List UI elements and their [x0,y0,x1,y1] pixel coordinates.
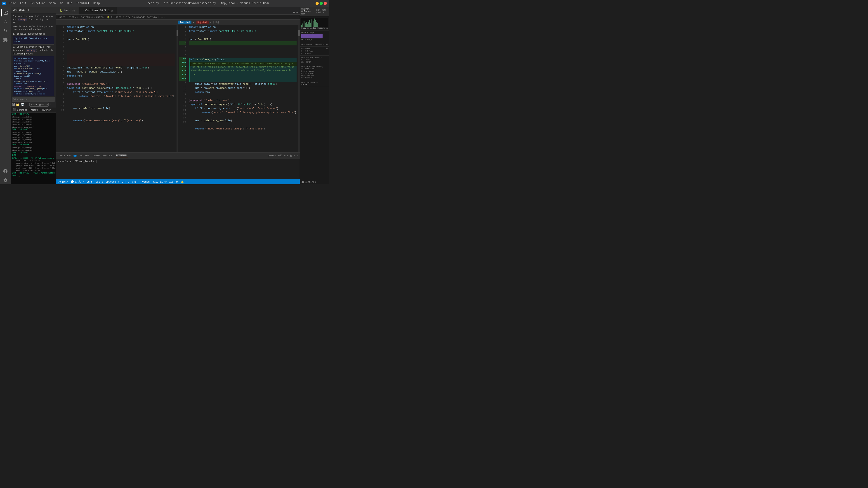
gpu-activity-bar [301,18,328,27]
status-sync[interactable]: ⟳ [176,181,178,184]
memory-bar [301,34,322,38]
status-bell[interactable]: 🔔 [181,181,184,184]
stats-header: NVIDIA GeForce RTX Run new task ⋯ [300,7,329,16]
accept-all-button[interactable]: Accept All [178,21,191,24]
code-example: import numpy as np from fastapi import F… [13,56,54,96]
status-spaces[interactable]: Spaces: 4 [106,181,119,183]
gpu0-label: GPU 0 [301,57,307,61]
breadcrumb-ellipsis: ... [160,16,165,19]
bottom-toolbar: PROBLEMS 5 OUTPUT DEBUG CONSOLE TERMINAL… [56,153,300,159]
driver-ver: Driver versi [301,70,314,72]
cmd-info-line: INFO: ::1:50575 - [12,113,55,116]
cmd-content: INFO: ::1:50575 - llama_print_timings: l… [11,112,56,184]
close-button[interactable] [324,2,327,5]
folder-icon[interactable]: 📁 [16,103,20,107]
gpu-memory-label: GPU Memory [301,43,312,45]
chat-input[interactable] [13,98,52,101]
tab-problems[interactable]: PROBLEMS 5 [60,153,76,158]
status-errors[interactable]: 0 2 [71,180,84,184]
reject-all-button[interactable]: Reject All [196,21,209,24]
editor-area: 🐍 test.py ≠ Continue Diff 1 ✕ ⊟ ⋯ Users … [56,7,300,184]
chat-content: for handling numerical operations and fa… [11,13,56,96]
tab-label-test-py: test.py [64,9,75,12]
menu-selection[interactable]: Selection [29,1,47,6]
activity-extensions[interactable] [1,36,9,44]
tab-debug[interactable]: DEBUG CONSOLE [93,153,112,158]
image-icon[interactable]: 🖼 [12,103,15,106]
activity-settings[interactable] [1,176,9,184]
step-1: 1. Install dependencies: [13,32,54,36]
chat-input-container[interactable]: ↑ [12,97,55,102]
gpu0-pct: 2% (40°C) [301,61,311,63]
chat-icon[interactable]: 💬 [21,103,24,107]
chat-msg-1: for handling numerical operations and fa… [13,15,54,24]
plus-terminal[interactable]: + [284,154,286,157]
menu-file[interactable]: File [8,1,18,6]
status-encoding[interactable]: UTF-8 [122,181,129,183]
copy-pct: 0% [307,27,309,29]
net-speed: S: 6.0 Kbps [301,50,313,52]
window-title: test.py — c:\Users\nistv\Downloads\test.… [102,2,315,5]
main-py-inline: main.py [26,49,36,52]
ggml-selector[interactable]: GGML - ggml [29,103,49,107]
left-line-numbers: 12345 67 78910 1112131415 161718 192021 [56,25,65,152]
reject-keybind: ✕ [^Q] [210,21,219,24]
gpu0-name: NVIDIA GeForce RDX... [307,57,328,61]
left-editor-pane: 12345 67 78910 1112131415 161718 192021 … [56,25,178,152]
left-code-content: import numpy as np from fastapi import F… [65,25,177,152]
split-editor-icon[interactable]: ⊟ [293,11,295,14]
terminal-cursor: █ [95,160,97,163]
status-language[interactable]: Python [141,181,150,183]
menu-run[interactable]: Run [66,1,74,6]
menu-terminal[interactable]: Terminal [74,1,91,6]
right-code-content: import numpy as np from fastapi import F… [187,25,299,152]
menu-go[interactable]: Go [58,1,65,6]
menu-view[interactable]: View [48,1,58,6]
more-actions-icon[interactable]: ⋯ [296,11,298,14]
ethernet-label: Ethernet [301,48,310,50]
bottom-tabs: PROBLEMS 5 OUTPUT DEBUG CONSOLE TERMINAL [58,153,129,159]
send-icon[interactable]: ↑ [52,98,54,101]
bottom-panel: PROBLEMS 5 OUTPUT DEBUG CONSOLE TERMINAL… [56,152,300,180]
split-terminal[interactable]: ⊟ [287,154,288,157]
plus-icon[interactable]: + [50,103,51,106]
minimize-button[interactable] [315,2,319,5]
cmd-panel: ⬛ Command Prompt - python INFO: ::1:5057… [11,107,56,184]
menu-help[interactable]: Help [92,1,102,6]
tab-output[interactable]: OUTPUT [80,153,89,158]
titlebar-menu: File Edit Selection View Go Run Terminal… [8,1,102,6]
tab-test-py[interactable]: 🐍 test.py [56,7,79,14]
copy-label: Copy [301,27,306,29]
breadcrumb-users: Users [58,16,65,19]
titlebar: ◈ File Edit Selection View Go Run Termin… [0,0,329,7]
settings-btn[interactable]: Settings [301,181,328,184]
menu-edit[interactable]: Edit [18,1,29,6]
status-version[interactable]: 3.10.11 64-bit [152,181,173,183]
status-line-ending[interactable]: CRLF [132,181,138,183]
activity-source-control[interactable] [1,27,9,35]
more-icon[interactable]: ⋮ [25,103,29,107]
tab-continue-diff[interactable]: ≠ Continue Diff 1 ✕ [79,7,117,14]
fastapi-inline: fastapi [18,18,28,21]
trash-icon[interactable]: 🗑 [290,154,292,157]
physical-loc: Physical loc [301,74,314,76]
breadcrumb-nistv: nistv [69,16,76,19]
status-line-col[interactable]: Ln 5, Col 1 [87,181,103,183]
editor-actions: ⊟ ⋯ [291,11,300,14]
more-terminal[interactable]: ⋯ [293,154,295,157]
activity-search[interactable] [1,18,9,26]
memory-label2: mory usage [301,38,328,40]
dedicated-label: Dedicated GPU memory [301,66,323,68]
powershell-label: powershell [268,154,283,157]
activity-account[interactable] [1,167,9,175]
tab-terminal[interactable]: TERMINAL [116,153,128,158]
maximize-button[interactable] [320,2,323,5]
run-task-btn[interactable]: Run new task ⋯ [316,9,328,14]
tab-close-diff[interactable]: ✕ [111,9,113,13]
status-branch[interactable]: ⎇ main [58,181,68,184]
close-panel[interactable]: ✕ [296,154,298,157]
dedicated-val: 23.2/24.0 GB [301,68,314,70]
right-line-numbers: 1234 5 678 9+ 10+ 11+ 12+ 13+ 14+ 141516… [178,25,187,152]
activity-explorer[interactable] [1,8,9,17]
breadcrumb-file: C_Users_nistv_Downloads_test.py [111,16,157,19]
